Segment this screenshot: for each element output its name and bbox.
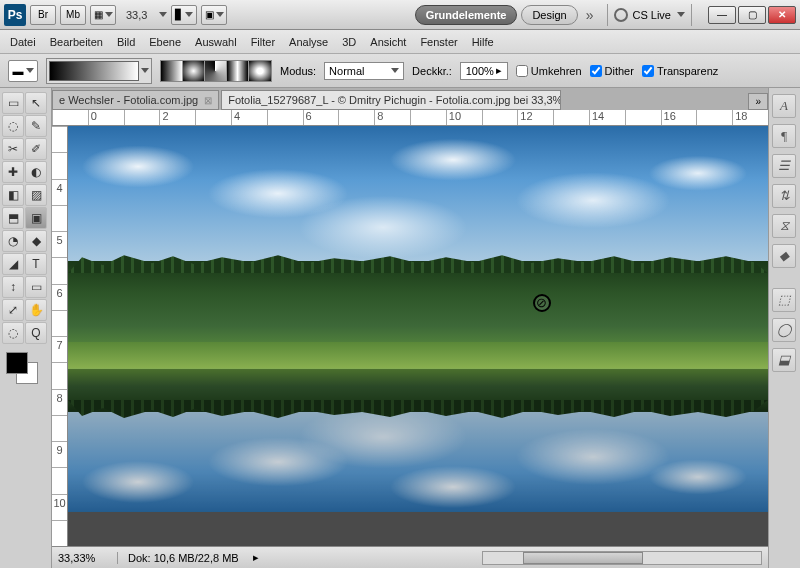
minibridge-button[interactable]: Mb — [60, 5, 86, 25]
tool-1[interactable]: ↖ — [25, 92, 47, 114]
photoshop-app-icon[interactable]: Ps — [4, 4, 26, 26]
status-bar: 33,33% Dok: 10,6 MB/22,8 MB ▸ — [52, 546, 768, 568]
menu-bild[interactable]: Bild — [117, 36, 135, 48]
document-tab-bar: e Wechsler - Fotolia.com.jpg⊠ Fotolia_15… — [52, 88, 768, 110]
menu-filter[interactable]: Filter — [251, 36, 275, 48]
panel-icon-5[interactable]: ◆ — [772, 244, 796, 268]
gradient-linear[interactable] — [161, 61, 183, 81]
document-tab-2[interactable]: Fotolia_15279687_L - © Dmitry Pichugin -… — [221, 90, 561, 110]
panel-icon-0[interactable]: A — [772, 94, 796, 118]
tool-14[interactable]: ◢ — [2, 253, 24, 275]
canvas[interactable] — [68, 126, 768, 546]
tool-9[interactable]: ▨ — [25, 184, 47, 206]
tool-3[interactable]: ✎ — [25, 115, 47, 137]
minimize-button[interactable]: — — [708, 6, 736, 24]
tool-13[interactable]: ◆ — [25, 230, 47, 252]
tool-0[interactable]: ▭ — [2, 92, 24, 114]
menu-hilfe[interactable]: Hilfe — [472, 36, 494, 48]
reverse-checkbox[interactable]: Umkehren — [516, 65, 582, 77]
tool-5[interactable]: ✐ — [25, 138, 47, 160]
tool-15[interactable]: T — [25, 253, 47, 275]
doc-info-label[interactable]: Dok: 10,6 MB/22,8 MB — [128, 552, 239, 564]
mode-label: Modus: — [280, 65, 316, 77]
menu-bearbeiten[interactable]: Bearbeiten — [50, 36, 103, 48]
menu-ebene[interactable]: Ebene — [149, 36, 181, 48]
dither-checkbox[interactable]: Dither — [590, 65, 634, 77]
zoom-label: 33,3 — [126, 9, 147, 21]
menu-auswahl[interactable]: Auswahl — [195, 36, 237, 48]
tab-overflow-button[interactable]: » — [748, 93, 768, 110]
tool-20[interactable]: ◌ — [2, 322, 24, 344]
menu-fenster[interactable]: Fenster — [420, 36, 457, 48]
opacity-label: Deckkr.: — [412, 65, 452, 77]
right-panel-dock: A¶☰⇅⧖◆⬚◯⬓ — [768, 88, 800, 568]
tool-16[interactable]: ↕ — [2, 276, 24, 298]
menu-ansicht[interactable]: Ansicht — [370, 36, 406, 48]
panel-icon-1[interactable]: ¶ — [772, 124, 796, 148]
panel-icon-3[interactable]: ⇅ — [772, 184, 796, 208]
menu-bar: Datei Bearbeiten Bild Ebene Auswahl Filt… — [0, 30, 800, 54]
tool-4[interactable]: ✂ — [2, 138, 24, 160]
panel-icon-8[interactable]: ◯ — [772, 318, 796, 342]
blend-mode-select[interactable]: Normal — [324, 62, 404, 80]
maximize-button[interactable]: ▢ — [738, 6, 766, 24]
foreground-swatch[interactable] — [6, 352, 28, 374]
opacity-field[interactable]: 100%▸ — [460, 62, 508, 80]
scrollbar-thumb[interactable] — [523, 552, 643, 564]
options-bar: ▬ Modus: Normal Deckkr.: 100%▸ Umkehren … — [0, 54, 800, 88]
panel-icon-7[interactable]: ⬚ — [772, 288, 796, 312]
close-button[interactable]: ✕ — [768, 6, 796, 24]
gradient-diamond[interactable] — [249, 61, 271, 81]
toolbox: ▭↖◌✎✂✐✚◐◧▨⬒▣◔◆◢T↕▭⤢✋◌Q — [0, 88, 52, 568]
zoom-field[interactable]: 33,33% — [58, 552, 118, 564]
menu-3d[interactable]: 3D — [342, 36, 356, 48]
workspace-design[interactable]: Design — [521, 5, 577, 25]
prohibit-cursor-icon — [533, 294, 551, 312]
gradient-radial[interactable] — [183, 61, 205, 81]
menu-analyse[interactable]: Analyse — [289, 36, 328, 48]
tool-8[interactable]: ◧ — [2, 184, 24, 206]
tool-7[interactable]: ◐ — [25, 161, 47, 183]
ruler-horizontal[interactable]: 0 2 4 6 8 10 12 14 16 18 — [52, 110, 768, 126]
title-bar: Ps Br Mb ▦ 33,3 ▊ ▣ Grundelemente Design… — [0, 0, 800, 30]
tool-21[interactable]: Q — [25, 322, 47, 344]
gradient-reflected[interactable] — [227, 61, 249, 81]
menu-datei[interactable]: Datei — [10, 36, 36, 48]
tool-19[interactable]: ✋ — [25, 299, 47, 321]
tool-2[interactable]: ◌ — [2, 115, 24, 137]
panel-icon-9[interactable]: ⬓ — [772, 348, 796, 372]
document-tab-1[interactable]: e Wechsler - Fotolia.com.jpg⊠ — [52, 90, 219, 110]
transparency-checkbox[interactable]: Transparenz — [642, 65, 718, 77]
tool-6[interactable]: ✚ — [2, 161, 24, 183]
bridge-button[interactable]: Br — [30, 5, 56, 25]
tool-17[interactable]: ▭ — [25, 276, 47, 298]
color-swatches[interactable] — [6, 352, 46, 392]
panel-icon-2[interactable]: ☰ — [772, 154, 796, 178]
view-extras-button[interactable]: ▦ — [90, 5, 116, 25]
current-tool-icon[interactable]: ▬ — [8, 60, 38, 82]
gradient-preview[interactable] — [49, 61, 139, 81]
close-tab-icon[interactable]: ⊠ — [204, 95, 212, 106]
document-image — [68, 126, 768, 512]
horizontal-scrollbar[interactable] — [482, 551, 762, 565]
gradient-angle[interactable] — [205, 61, 227, 81]
cslive-button[interactable]: CS Live — [607, 4, 692, 26]
tool-10[interactable]: ⬒ — [2, 207, 24, 229]
tool-18[interactable]: ⤢ — [2, 299, 24, 321]
tool-11[interactable]: ▣ — [25, 207, 47, 229]
gradient-type-group — [160, 60, 272, 82]
workspace-essentials[interactable]: Grundelemente — [415, 5, 518, 25]
ruler-vertical[interactable]: 45678910 — [52, 126, 68, 546]
arrange-button[interactable]: ▊ — [171, 5, 197, 25]
panel-icon-4[interactable]: ⧖ — [772, 214, 796, 238]
cslive-ring-icon — [614, 8, 628, 22]
screenmode-button[interactable]: ▣ — [201, 5, 227, 25]
workspace-more-icon[interactable]: » — [586, 7, 594, 23]
tool-12[interactable]: ◔ — [2, 230, 24, 252]
